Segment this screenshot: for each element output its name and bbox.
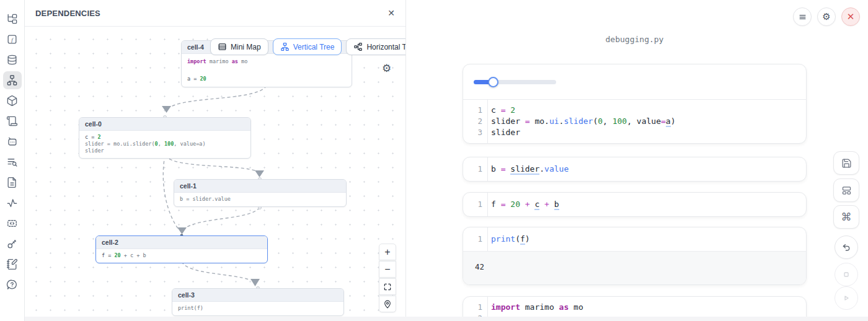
notebook-cell-slider[interactable]: 1c = 22slider = mo.ui.slider(0, 100, val… (463, 64, 807, 144)
sidebar-item-scratchpad[interactable] (3, 255, 22, 273)
line-number: 3 (463, 127, 482, 138)
undo-icon (841, 242, 851, 252)
command-icon: ⌘ (841, 211, 852, 224)
horizontal-tree-icon (353, 42, 363, 51)
graph-node-title: cell-1 (174, 180, 346, 193)
sidebar-item-file-explorer[interactable] (3, 10, 22, 28)
sidebar-item-chat[interactable] (3, 133, 22, 151)
stop-button[interactable] (835, 263, 858, 286)
logs-search-icon (6, 156, 18, 168)
tracing-activity-icon (6, 197, 18, 209)
play-icon (841, 293, 851, 303)
gutter-divider (487, 100, 488, 143)
graph-node-code: b = slider.value (174, 193, 346, 206)
sidebar-item-packages[interactable] (3, 92, 22, 110)
sidebar-item-help[interactable] (3, 276, 22, 294)
notebook-cell-f[interactable]: 1f = 20 + c + b (463, 192, 807, 217)
graph-node-code: print(f) (172, 302, 343, 315)
dependency-graph-canvas[interactable]: cell-4 import marimo as mo a = 20 cell-0… (25, 27, 405, 317)
gear-icon: ⚙ (822, 11, 830, 22)
sidebar-item-variables[interactable]: f (3, 30, 22, 48)
code-editor[interactable]: 1c = 22slider = mo.ui.slider(0, 100, val… (463, 100, 806, 143)
graph-node-title: cell-3 (172, 289, 343, 302)
graph-view-toolbar: Mini Map Vertical Tree Horizontal Tree (210, 38, 405, 55)
document-icon (6, 177, 18, 188)
sidebar-item-outline[interactable] (3, 112, 22, 130)
graph-node-cell-1[interactable]: cell-1 b = slider.value (174, 179, 347, 207)
gutter-divider (487, 193, 488, 216)
line-number: 2 (463, 116, 482, 127)
notebook-cell-b[interactable]: 1b = slider.value (463, 157, 807, 182)
sidebar-item-tracing[interactable] (3, 194, 22, 212)
notebook-menu-button[interactable] (793, 7, 812, 26)
dependencies-panel: DEPENDENCIES ✕ cell-4 import (25, 0, 406, 317)
run-button[interactable] (835, 286, 858, 310)
mini-map-icon (218, 42, 227, 51)
database-icon (6, 54, 18, 66)
graph-zoom-controls: + − (379, 244, 396, 312)
graph-node-title: cell-2 (96, 236, 267, 249)
code-editor[interactable]: 1b = slider.value (463, 157, 806, 181)
mini-map-button[interactable]: Mini Map (210, 38, 268, 55)
menu-icon (798, 12, 807, 22)
bottom-strip (25, 317, 868, 321)
line-number: 1 (463, 164, 482, 175)
shutdown-x-icon: ✕ (847, 11, 855, 22)
layout-toggle-button[interactable] (833, 178, 859, 202)
slider-track[interactable] (474, 80, 556, 84)
slider-output-area (463, 64, 806, 100)
dependency-graph-icon (6, 74, 18, 86)
zoom-out-button[interactable]: − (379, 261, 396, 278)
file-tree-icon (6, 13, 18, 25)
graph-settings-gear-icon[interactable]: ⚙ (382, 62, 391, 75)
slider-handle[interactable] (488, 77, 498, 87)
help-icon (6, 279, 18, 291)
code-editor[interactable]: 1f = 20 + c + b (463, 193, 806, 216)
gutter-divider (487, 157, 488, 181)
notebook-area: debugging.py ⚙ ✕ 1c = 22slider = mo.ui.s… (407, 0, 868, 321)
map-pin-icon (383, 300, 392, 309)
horizontal-tree-button[interactable]: Horizontal Tree (346, 38, 405, 55)
center-selection-button[interactable] (379, 296, 396, 312)
graph-node-cell-2[interactable]: cell-2 f = 20 + c + b (95, 235, 268, 263)
sidebar-item-datasources[interactable] (3, 51, 22, 69)
notebook-shutdown-button[interactable]: ✕ (841, 7, 860, 26)
snippets-icon (6, 218, 18, 229)
fit-view-button[interactable] (379, 278, 396, 295)
notebook-header-controls: ⚙ ✕ (793, 7, 860, 26)
key-icon (6, 238, 18, 250)
vertical-tree-button[interactable]: Vertical Tree (273, 38, 342, 55)
undo-button[interactable] (835, 235, 858, 259)
line-number: 1 (463, 302, 482, 313)
notebook-cell-print[interactable]: 1print(f) 42 (463, 227, 807, 285)
line-number: 1 (463, 199, 482, 210)
sidebar-item-secrets[interactable] (3, 235, 22, 253)
notebook-filename[interactable]: debugging.py (463, 35, 807, 44)
close-panel-icon[interactable]: ✕ (388, 9, 395, 17)
save-button[interactable] (833, 151, 859, 175)
scroll-icon (6, 115, 18, 127)
zoom-in-button[interactable]: + (379, 244, 396, 260)
command-palette-button[interactable]: ⌘ (833, 205, 859, 229)
mini-map-label: Mini Map (231, 43, 261, 51)
stop-icon (841, 270, 851, 279)
sidebar-item-snippets[interactable] (3, 214, 22, 232)
sidebar-item-logs[interactable] (3, 153, 22, 171)
graph-node-cell-3[interactable]: cell-3 print(f) (172, 288, 344, 316)
vertical-tree-icon (280, 42, 290, 51)
horizontal-tree-label: Horizontal Tree (366, 43, 405, 51)
line-number: 1 (463, 234, 482, 245)
vertical-tree-label: Vertical Tree (293, 43, 335, 51)
save-icon (841, 158, 852, 169)
notebook-settings-button[interactable]: ⚙ (817, 7, 836, 26)
panel-title: DEPENDENCIES (35, 9, 100, 18)
sidebar-item-documentation[interactable] (3, 174, 22, 191)
graph-node-cell-0[interactable]: cell-0 c = 2slider = mo.ui.slider(0, 100… (79, 117, 251, 159)
graph-node-code: f = 20 + c + b (96, 249, 267, 263)
graph-node-code: c = 2slider = mo.ui.slider(0, 100, value… (79, 131, 250, 158)
activity-sidebar: f (0, 0, 25, 321)
sidebar-item-dependencies[interactable] (3, 71, 22, 89)
scratchpad-icon (6, 258, 18, 270)
code-editor[interactable]: 1print(f) (463, 227, 806, 251)
dependencies-panel-header: DEPENDENCIES ✕ (25, 0, 405, 27)
